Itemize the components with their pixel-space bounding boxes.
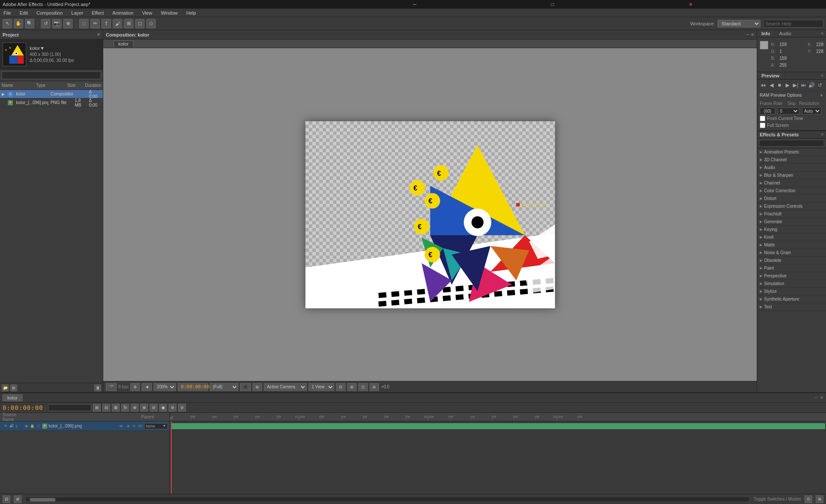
effects-panel-menu[interactable]: ≡ — [818, 131, 826, 138]
tl-btn-10[interactable]: ⊝ — [178, 404, 186, 412]
tl-btn-8[interactable]: ◉ — [159, 404, 167, 412]
timeline-track-area[interactable] — [170, 421, 826, 494]
layer-audio-icon[interactable]: 🔊 — [9, 424, 14, 429]
tool-camera[interactable]: 📷 — [52, 19, 62, 28]
ram-options-dropdown[interactable]: ▼ — [820, 93, 823, 98]
track-bar-0[interactable] — [171, 423, 825, 429]
camera-dropdown[interactable]: Active Camera — [264, 383, 307, 391]
tool-eraser[interactable]: ◻ — [135, 19, 145, 28]
layer-solo-icon[interactable]: ◉ — [24, 424, 29, 429]
toggle-alpha[interactable]: ⬛ — [240, 383, 251, 391]
preview-audio-btn[interactable]: 🔊 — [808, 81, 816, 89]
effect-stylize[interactable]: ▶ Stylize — [757, 288, 826, 295]
views-dropdown[interactable]: 1 View 2 Views 4 Views — [308, 383, 334, 391]
menu-help[interactable]: Help — [185, 10, 198, 15]
tl-btn-7[interactable]: ⊘ — [150, 404, 157, 412]
preview-stop-btn[interactable]: ■ — [776, 81, 783, 89]
menu-file[interactable]: File — [2, 10, 13, 15]
project-panel-close[interactable]: ✕ — [97, 32, 100, 37]
effects-tab[interactable]: Effects & Presets — [757, 131, 802, 138]
tl-btn-1[interactable]: ⊞ — [93, 404, 101, 412]
layer-effect-icon[interactable]: fx — [132, 424, 137, 429]
from-current-time-checkbox[interactable] — [760, 116, 765, 121]
effect-matte[interactable]: ▶ Matte — [757, 241, 826, 249]
scrollbar-thumb[interactable] — [30, 498, 55, 501]
comp-settings-btn[interactable]: ⚙ — [130, 383, 140, 391]
timeline-close[interactable]: ✕ — [820, 395, 823, 400]
tl-btn-6[interactable]: ⊗ — [140, 404, 148, 412]
menu-layer[interactable]: Layer — [70, 10, 85, 15]
comp-render-btn[interactable]: 🎬 — [106, 383, 117, 391]
delete-btn[interactable]: 🗑 — [94, 384, 101, 391]
effect-generate[interactable]: ▶ Generate — [757, 218, 826, 226]
composition-view[interactable]: € € € € € — [103, 48, 757, 381]
effect-perspective[interactable]: ▶ Perspective — [757, 272, 826, 280]
3d-btn-3[interactable]: ⊡ — [358, 383, 368, 391]
preview-loop-btn[interactable]: ↺ — [816, 81, 823, 89]
menu-view[interactable]: View — [140, 10, 154, 15]
ram-framerate-val[interactable]: (60) — [760, 108, 775, 114]
timeline-search-input[interactable] — [48, 404, 91, 411]
effect-frischluft[interactable]: ▶ Frischluft — [757, 210, 826, 218]
tool-mask[interactable]: □ — [79, 19, 89, 28]
preview-panel-menu[interactable]: ≡ — [818, 72, 826, 79]
tl-bottom-btn-4[interactable]: ⊛ — [816, 495, 823, 503]
tl-bottom-btn-1[interactable]: ⊟ — [3, 495, 10, 503]
project-item-kolor[interactable]: ▶ C kolor Composition Δ 0;00 — [0, 90, 103, 98]
preview-first-btn[interactable]: ⏮ — [760, 81, 767, 89]
layer-parent-0[interactable]: None ▼ — [144, 423, 168, 429]
tool-zoom[interactable]: 🔍 — [25, 19, 34, 28]
project-item-png[interactable]: P kolor_[...096].png PNG file 1,8 MB Δ 0… — [0, 98, 103, 107]
tl-btn-5[interactable]: ⊕ — [131, 404, 139, 412]
tl-btn-9[interactable]: ⊜ — [169, 404, 176, 412]
3d-btn-4[interactable]: ⊕ — [370, 383, 379, 391]
menu-composition[interactable]: Composition — [35, 10, 65, 15]
playhead[interactable] — [171, 421, 172, 494]
maximize-btn[interactable]: □ — [551, 2, 686, 7]
comp-tab-kolor[interactable]: kolor — [114, 40, 133, 47]
tl-bottom-btn-2[interactable]: ⊕ — [14, 495, 22, 503]
tool-text[interactable]: T — [102, 19, 111, 28]
effect-expression-controls[interactable]: ▶ Expression Controls — [757, 203, 826, 210]
menu-animation[interactable]: Animation — [111, 10, 135, 15]
tool-puppet[interactable]: ◇ — [146, 19, 156, 28]
effect-color-correction[interactable]: ▶ Color Correction — [757, 187, 826, 195]
ram-skip-select[interactable]: 0 1 2 — [778, 108, 799, 114]
layer-lock-icon[interactable]: 🔒 — [30, 424, 35, 429]
workspace-dropdown[interactable]: Standard Minimal All Panels — [718, 20, 761, 28]
effect-3d-channel[interactable]: ▶ 3D Channel — [757, 156, 826, 164]
menu-window[interactable]: Window — [159, 10, 179, 15]
tl-bottom-btn-3[interactable]: ⊙ — [804, 495, 812, 503]
effect-knoll[interactable]: ▶ Knoll — [757, 234, 826, 241]
effect-distort[interactable]: ▶ Distort — [757, 195, 826, 203]
layer-row-0[interactable]: 👁 🔊 1 ◉ 🔒 ◻ P kolor_[...096].png ✏ ◈ fx … — [0, 421, 170, 431]
effect-text[interactable]: ▶ Text — [757, 303, 826, 311]
tl-btn-4[interactable]: fx — [121, 404, 129, 412]
full-screen-checkbox[interactable] — [760, 123, 765, 128]
preview-next-frame-btn[interactable]: ▶| — [792, 81, 799, 89]
3d-btn-2[interactable]: ⊞ — [347, 383, 357, 391]
tool-pen[interactable]: ✏ — [90, 19, 100, 28]
comp-nav-prev[interactable]: ◄ — [142, 383, 152, 391]
tool-select[interactable]: ↖ — [3, 19, 12, 28]
comp-panel-close[interactable]: ✕ — [751, 32, 754, 37]
search-input-toolbar[interactable] — [763, 20, 823, 28]
project-search-input[interactable] — [2, 71, 101, 79]
ram-resolution-select[interactable]: Auto Full Half — [802, 108, 821, 114]
timecode-box[interactable]: 0:00:00:00 — [178, 383, 208, 391]
preview-tab[interactable]: Preview — [757, 72, 784, 79]
info-tab[interactable]: Info — [757, 30, 775, 37]
effect-animation-presets[interactable]: ▶ Animation Presets — [757, 148, 826, 156]
new-comp-btn[interactable]: ⊞ — [10, 384, 17, 391]
close-btn[interactable]: ✕ — [689, 2, 823, 7]
quality-dropdown[interactable]: (Full) (Half) (Quarter) — [210, 383, 238, 391]
menu-effect[interactable]: Effect — [90, 10, 105, 15]
effect-blur-sharpen[interactable]: ▶ Blur & Sharpen — [757, 172, 826, 179]
effect-paint[interactable]: ▶ Paint — [757, 264, 826, 272]
layer-3d-icon[interactable]: 3D — [138, 424, 143, 429]
effect-noise-grain[interactable]: ▶ Noise & Grain — [757, 249, 826, 257]
preview-last-btn[interactable]: ⏭ — [800, 81, 808, 89]
tool-hand[interactable]: ✋ — [14, 19, 23, 28]
tool-pan[interactable]: ⊕ — [63, 19, 73, 28]
timeline-tab[interactable]: kolor — [3, 394, 22, 401]
